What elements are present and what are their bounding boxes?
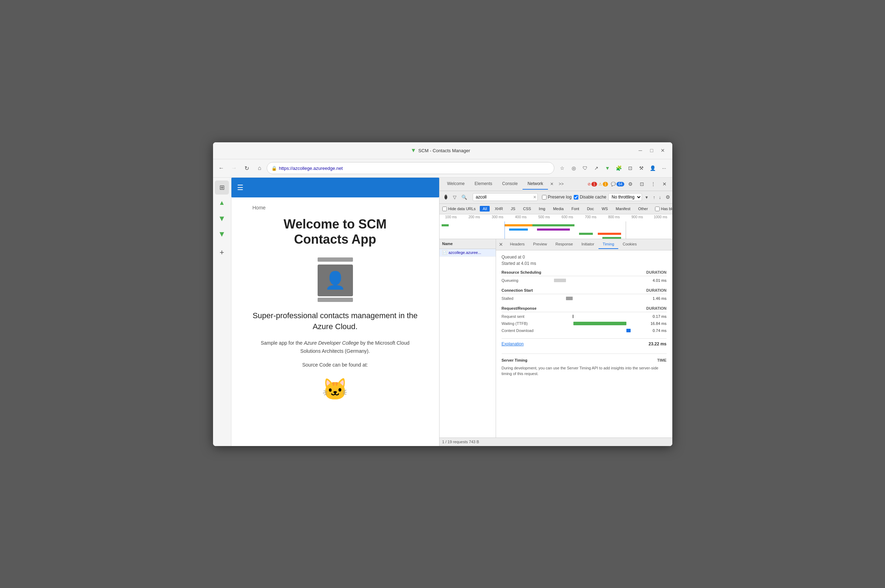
content-download-value: 0.74 ms bbox=[639, 328, 667, 333]
home-nav-link[interactable]: Home bbox=[252, 205, 266, 210]
sidebar-icon-up[interactable]: ▲ bbox=[215, 196, 229, 210]
devtools-dock-button[interactable]: ⊡ bbox=[637, 179, 647, 189]
edge-icon[interactable]: ▼ bbox=[603, 163, 613, 173]
tab-cookies[interactable]: Cookies bbox=[618, 240, 641, 249]
disable-cache-checkbox[interactable]: Disable cache bbox=[574, 195, 606, 200]
refresh-button[interactable]: ↻ bbox=[241, 162, 252, 174]
sidebar-icon-v1[interactable]: ▼ bbox=[215, 212, 229, 226]
connection-start-duration-label: DURATION bbox=[646, 288, 666, 292]
shield-icon[interactable]: 🛡 bbox=[580, 163, 591, 173]
sidebar-add-button[interactable]: + bbox=[215, 246, 229, 260]
favorites-icon[interactable]: ☆ bbox=[557, 163, 568, 173]
share-icon[interactable]: ↗ bbox=[591, 163, 602, 173]
detail-close-button[interactable]: ✕ bbox=[496, 240, 506, 249]
dev-tools-icon[interactable]: ⚒ bbox=[636, 163, 647, 173]
filter-tag-media[interactable]: Media bbox=[550, 206, 566, 212]
explanation-link[interactable]: Explanation bbox=[502, 342, 524, 346]
filter-tag-img[interactable]: Img bbox=[536, 206, 548, 212]
filter-tag-all[interactable]: All bbox=[480, 206, 490, 212]
tab-welcome[interactable]: Welcome bbox=[442, 178, 470, 190]
waterfall-bar-4 bbox=[509, 228, 528, 231]
filter-tag-ws[interactable]: WS bbox=[599, 206, 611, 212]
filter-tag-font[interactable]: Font bbox=[568, 206, 582, 212]
waterfall-bar-7 bbox=[598, 233, 621, 235]
forward-button[interactable]: → bbox=[228, 162, 240, 174]
filter-tag-js[interactable]: JS bbox=[508, 206, 518, 212]
tab-network[interactable]: Network bbox=[523, 178, 548, 190]
tab-preview[interactable]: Preview bbox=[529, 240, 551, 249]
tab-initiator[interactable]: Initiator bbox=[577, 240, 598, 249]
tab-timing[interactable]: Timing bbox=[598, 240, 619, 249]
more-icon[interactable]: ··· bbox=[659, 163, 670, 173]
resource-scheduling-duration-label: DURATION bbox=[646, 270, 666, 274]
scale-200ms: 200 ms bbox=[463, 215, 486, 219]
profile-icon[interactable]: 👤 bbox=[648, 163, 658, 173]
waterfall-bar-1 bbox=[442, 224, 449, 226]
tab-console[interactable]: Console bbox=[497, 178, 523, 190]
server-timing-time-label: TIME bbox=[657, 358, 666, 362]
network-settings-button[interactable]: ⚙ bbox=[664, 193, 671, 201]
contact-person-box: 👤 bbox=[318, 264, 353, 296]
message-count: 64 bbox=[616, 182, 624, 186]
github-area: 🐱 bbox=[322, 373, 349, 402]
filter-tag-xhr[interactable]: XHR bbox=[492, 206, 506, 212]
hide-data-urls-checkbox[interactable]: Hide data URLs bbox=[442, 207, 476, 211]
tab-response[interactable]: Response bbox=[551, 240, 577, 249]
close-button[interactable]: ✕ bbox=[658, 146, 668, 155]
search-icon-button[interactable]: 🔍 bbox=[460, 194, 469, 201]
back-button[interactable]: ← bbox=[216, 162, 227, 174]
tabs-more-button[interactable]: >> bbox=[556, 179, 566, 189]
queueing-bar-area bbox=[554, 278, 636, 282]
network-row-selected[interactable]: 📄 azcollege.azuree... bbox=[439, 249, 496, 257]
ttfb-bar bbox=[573, 322, 627, 325]
reading-mode-icon[interactable]: ◎ bbox=[568, 163, 579, 173]
filter-tag-other[interactable]: Other bbox=[635, 206, 651, 212]
page-subtitle: Super-professional contacts management i… bbox=[252, 310, 418, 332]
contact-icon-area: 👤 bbox=[318, 258, 353, 302]
waterfall-bar-8 bbox=[603, 237, 621, 239]
filter-tag-css[interactable]: CSS bbox=[520, 206, 534, 212]
server-timing-description: During development, you can use the Serv… bbox=[502, 365, 667, 377]
total-value: 23.22 ms bbox=[649, 342, 667, 346]
blocked-cookies-checkbox[interactable]: Has blocked cookies bbox=[655, 207, 672, 211]
minimize-button[interactable]: ─ bbox=[635, 146, 645, 155]
tab-headers[interactable]: Headers bbox=[506, 240, 529, 249]
web-capture-icon[interactable]: ⊡ bbox=[625, 163, 636, 173]
search-clear-button[interactable]: ✕ bbox=[533, 195, 536, 200]
filter-tag-doc[interactable]: Doc bbox=[584, 206, 597, 212]
clear-log-button[interactable]: ⊘ bbox=[445, 195, 447, 200]
filter-icon-button[interactable]: ▽ bbox=[452, 194, 458, 201]
devtools-more-button[interactable]: ⋮ bbox=[648, 179, 658, 189]
throttle-dropdown-icon[interactable]: ▾ bbox=[644, 194, 649, 201]
page-title: Welcome to SCM Contacts App bbox=[284, 216, 386, 247]
devtools-close-button[interactable]: ✕ bbox=[660, 179, 670, 189]
timing-row-queueing: Queueing 4.01 ms bbox=[502, 277, 667, 284]
waterfall-bar-6 bbox=[579, 233, 593, 235]
scale-900ms: 900 ms bbox=[626, 215, 649, 219]
extensions-icon[interactable]: 🧩 bbox=[614, 163, 624, 173]
throttle-select[interactable]: No throttling bbox=[609, 193, 642, 201]
server-timing-section: Server Timing TIME During development, y… bbox=[502, 354, 667, 377]
resource-scheduling-section: Resource Scheduling DURATION Queueing 4.… bbox=[502, 270, 667, 284]
home-button[interactable]: ⌂ bbox=[254, 162, 265, 174]
import-icon[interactable]: ↑ bbox=[652, 194, 657, 201]
queueing-label: Queueing bbox=[502, 278, 551, 282]
address-bar[interactable]: 🔒 https://azcollege.azureedge.net bbox=[267, 162, 554, 174]
preserve-log-checkbox[interactable]: Preserve log bbox=[542, 195, 572, 200]
sidebar-icon-v2[interactable]: ▼ bbox=[215, 227, 229, 241]
content-download-label: Content Download bbox=[502, 328, 551, 333]
left-sidebar: ⊞ ▲ ▼ ▼ + bbox=[213, 178, 231, 446]
timing-total-row: Explanation 23.22 ms bbox=[502, 338, 667, 349]
page-header: ☰ bbox=[231, 178, 439, 197]
hamburger-icon[interactable]: ☰ bbox=[237, 183, 243, 192]
tab-network-close[interactable]: ✕ bbox=[548, 180, 556, 188]
devtools-settings-button[interactable]: ⚙ bbox=[626, 179, 636, 189]
search-input[interactable] bbox=[473, 193, 538, 201]
tab-elements[interactable]: Elements bbox=[470, 178, 497, 190]
ttfb-bar-area bbox=[554, 321, 636, 326]
sidebar-icon-calendar[interactable]: ⊞ bbox=[215, 180, 229, 195]
filter-tag-manifest[interactable]: Manifest bbox=[613, 206, 633, 212]
maximize-button[interactable]: □ bbox=[646, 146, 657, 155]
resource-scheduling-header: Resource Scheduling DURATION bbox=[502, 270, 667, 276]
export-icon[interactable]: ↓ bbox=[658, 194, 663, 201]
